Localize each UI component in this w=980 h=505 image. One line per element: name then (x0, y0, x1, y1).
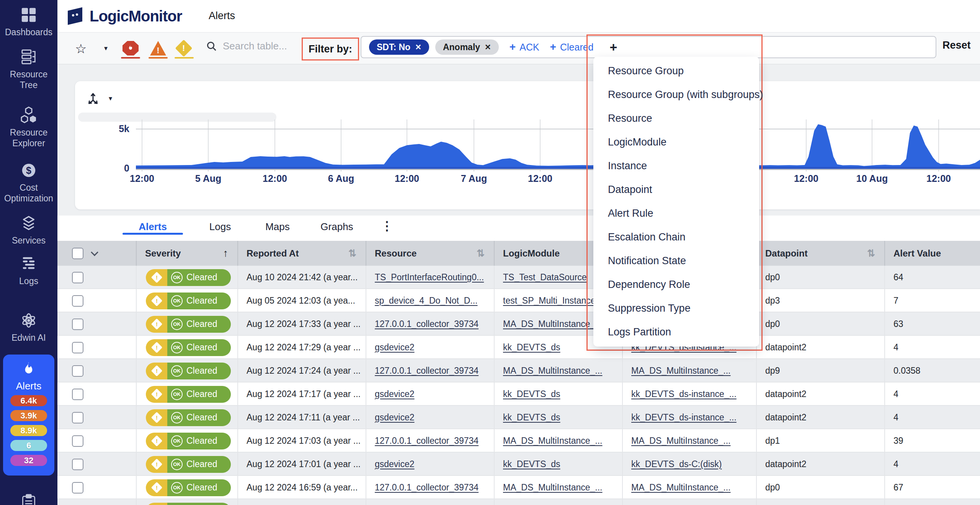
remove-filter-icon[interactable]: ✕ (415, 42, 421, 52)
severity-error-icon[interactable]: ! (150, 41, 166, 56)
sidebar-item-resource-explorer[interactable]: Resource Explorer (0, 106, 57, 149)
sort-icon[interactable]: ⇅ (348, 248, 356, 259)
clipboard-icon[interactable] (20, 494, 37, 505)
logicmodule-link[interactable]: kk_DEVTS_ds (494, 453, 622, 476)
more-tabs-kebab-icon[interactable]: ⋮ (381, 219, 393, 233)
sidebar-item-services[interactable]: Services (0, 214, 57, 246)
table-row[interactable]: ! OK Cleared Aug 12 2024 16:59 (a year..… (57, 476, 980, 499)
filter-chip[interactable]: Anomaly✕ (435, 39, 499, 55)
select-all-checkbox[interactable] (72, 248, 83, 259)
filter-menu-item[interactable]: Notification State (593, 249, 759, 273)
quick-filter-add[interactable]: +Cleared (550, 41, 594, 53)
sort-icon[interactable]: ⇅ (867, 248, 875, 259)
row-checkbox[interactable] (72, 272, 83, 283)
sidebar-item-alerts-active[interactable]: Alerts 6.4k 3.9k 8.9k 6 32 (3, 355, 54, 476)
chart-options-caret-icon[interactable]: ▾ (109, 94, 112, 103)
sidebar-item-cost-optimization[interactable]: $ Cost Optimization (0, 162, 57, 204)
table-row[interactable]: ! OK Cleared Aug 10 2024 21:42 (a year..… (57, 266, 980, 289)
severity-warning-icon[interactable]: ! (175, 39, 192, 57)
resource-link[interactable]: 127.0.0.1_collector_39734 (366, 359, 494, 382)
column-header-resource[interactable]: Resource⇅ (366, 241, 494, 266)
logicmodule-link[interactable] (494, 499, 622, 505)
filter-menu-item[interactable]: Escalation Chain (593, 225, 759, 249)
row-checkbox[interactable] (72, 459, 83, 470)
filter-menu-item[interactable]: Alert Rule (593, 201, 759, 225)
quick-filter-add[interactable]: +ACK (510, 41, 539, 53)
filter-menu-item[interactable]: Dependency Role (593, 273, 759, 296)
instance-link[interactable]: kk_DEVTS_ds-instance_... (622, 382, 756, 406)
alert-trend-chart[interactable] (136, 115, 980, 172)
row-checkbox[interactable] (72, 412, 83, 423)
sort-ascending-icon[interactable]: ↑ (223, 247, 229, 259)
instance-link[interactable]: MA_DS_MultiInstance_... (622, 476, 756, 499)
instance-link[interactable]: MA_DS_MultiInstance_... (622, 429, 756, 453)
filter-menu-item[interactable]: Resource (593, 106, 759, 130)
tab-graphs[interactable]: Graphs (310, 221, 364, 233)
instance-link[interactable] (622, 499, 756, 505)
resource-link[interactable]: gsdevice2 (366, 406, 494, 429)
resource-link[interactable]: gsdevice2 (366, 453, 494, 476)
add-filter-button[interactable]: + (610, 40, 617, 55)
table-row[interactable]: ! OK Cleared Aug 12 2024 17:17 (a year .… (57, 382, 980, 406)
table-row[interactable]: ! OK Cleared Aug 05 2024 12:03 (a yea...… (57, 289, 980, 312)
row-checkbox[interactable] (72, 435, 83, 447)
logicmodule-link[interactable]: kk_DEVTS_ds (494, 406, 622, 429)
alert-count-badge[interactable]: 8.9k (10, 425, 47, 436)
search-icon[interactable] (206, 41, 217, 52)
resource-link[interactable]: 127.0.0.1_collector_39734 (366, 476, 494, 499)
filter-menu-item[interactable]: Instance (593, 154, 759, 178)
sort-icon[interactable]: ⇅ (477, 248, 485, 259)
alert-count-badge[interactable]: 3.9k (10, 410, 47, 421)
row-checkbox[interactable] (72, 389, 83, 400)
table-row[interactable]: ! OK Cleared (57, 499, 980, 505)
filter-menu-item[interactable]: Logs Partition (593, 320, 759, 344)
tab-logs[interactable]: Logs (195, 221, 245, 233)
saved-views-caret-icon[interactable]: ▾ (104, 44, 108, 52)
reset-button[interactable]: Reset (942, 39, 971, 51)
logicmodule-link[interactable]: kk_DEVTS_ds (494, 382, 622, 406)
resource-link[interactable]: TS_PortInterfaceRouting0... (366, 266, 494, 289)
select-menu-chevron-icon[interactable] (91, 248, 98, 256)
sidebar-item-logs[interactable]: Logs (0, 255, 57, 286)
column-header-alert-value[interactable]: Alert Value (884, 241, 980, 266)
row-checkbox[interactable] (72, 342, 83, 353)
row-checkbox[interactable] (72, 365, 83, 377)
severity-critical-icon[interactable] (122, 41, 139, 56)
instance-link[interactable]: kk_DEVTS_ds-C:(disk) (622, 453, 756, 476)
column-header-severity[interactable]: Severity↑ (136, 241, 237, 266)
column-header-reported-at[interactable]: Reported At⇅ (237, 241, 366, 266)
sidebar-item-dashboards[interactable]: Dashboards (0, 6, 57, 38)
logo[interactable]: LogicMonitor (64, 5, 182, 27)
instance-link[interactable]: kk_DEVTS_ds-instance_... (622, 406, 756, 429)
logicmodule-link[interactable]: MA_DS_MultiInstance_... (494, 476, 622, 499)
row-checkbox[interactable] (72, 482, 83, 494)
column-header-datapoint[interactable]: Datapoint⇅ (756, 241, 884, 266)
alert-count-badge[interactable]: 6.4k (10, 395, 47, 406)
filter-menu-item[interactable]: Datapoint (593, 178, 759, 201)
table-row[interactable]: ! OK Cleared Aug 12 2024 17:33 (a year .… (57, 312, 980, 336)
tab-alerts[interactable]: Alerts (122, 221, 183, 233)
remove-filter-icon[interactable]: ✕ (485, 42, 491, 52)
saved-views-star-icon[interactable]: ☆ (75, 41, 87, 56)
tab-maps[interactable]: Maps (253, 221, 302, 233)
alert-count-badge[interactable]: 6 (10, 440, 47, 451)
filter-menu-item[interactable]: Suppression Type (593, 296, 759, 320)
instance-link[interactable]: MA_DS_MultiInstance_... (622, 359, 756, 382)
resource-link[interactable]: gsdevice2 (366, 336, 494, 359)
filter-menu-item[interactable]: Resource Group (with subgroups) (593, 83, 759, 106)
table-row[interactable]: ! OK Cleared Aug 12 2024 17:03 (a year .… (57, 429, 980, 453)
resource-link[interactable]: 127.0.0.1_collector_39734 (366, 312, 494, 336)
table-row[interactable]: ! OK Cleared Aug 12 2024 17:11 (a year .… (57, 406, 980, 429)
resource-link[interactable]: gsdevice2 (366, 382, 494, 406)
filter-bar[interactable]: SDT: No✕ Anomaly✕ +ACK +Cleared + (361, 36, 936, 58)
row-checkbox[interactable] (72, 319, 83, 330)
row-checkbox[interactable] (72, 295, 83, 307)
sidebar-item-edwin-ai[interactable]: Edwin AI (0, 312, 57, 343)
filter-menu-item[interactable]: Resource Group (593, 59, 759, 83)
resource-link[interactable]: sp_device_4_Do_Not_D... (366, 289, 494, 312)
filter-chip[interactable]: SDT: No✕ (369, 39, 429, 55)
filter-menu-item[interactable]: LogicModule (593, 130, 759, 154)
table-row[interactable]: ! OK Cleared Aug 12 2024 17:24 (a year .… (57, 359, 980, 382)
logicmodule-link[interactable]: MA_DS_MultiInstance_... (494, 429, 622, 453)
branch-view-icon[interactable] (85, 90, 101, 106)
